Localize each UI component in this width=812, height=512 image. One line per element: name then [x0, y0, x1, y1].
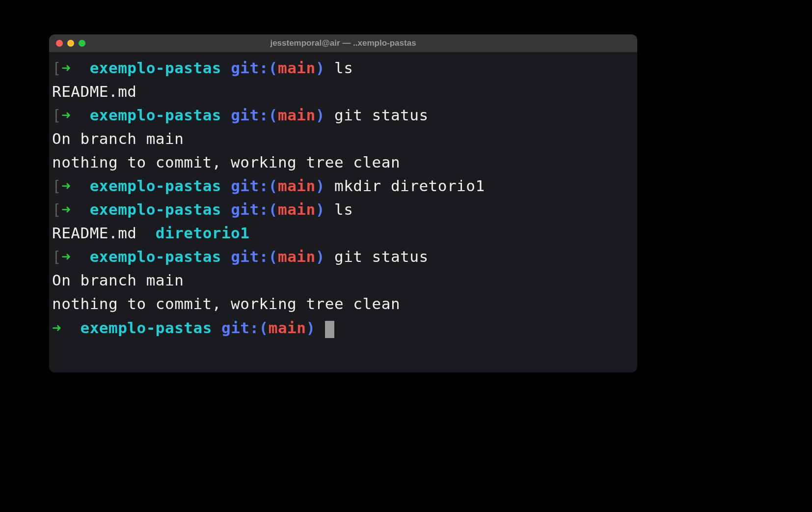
- command-git-status-2: git status: [334, 248, 429, 265]
- command-ls-1: ls: [334, 59, 353, 77]
- prompt-git-suffix: ): [316, 248, 325, 265]
- output-ls-2-file: README.md: [52, 224, 156, 242]
- window-title: jesstemporal@air — ..xemplo-pastas: [49, 38, 637, 48]
- bracket-left: [: [52, 59, 61, 77]
- prompt-git-prefix: git:(: [231, 200, 278, 218]
- bracket-left: [: [52, 177, 61, 195]
- prompt-branch: main: [278, 106, 316, 124]
- output-clean-2: nothing to commit, working tree clean: [52, 292, 634, 315]
- output-ls-2: README.md diretorio1: [52, 221, 634, 245]
- prompt-git-suffix: ): [306, 319, 315, 337]
- prompt-git-prefix: git:(: [221, 319, 269, 337]
- cursor[interactable]: [325, 321, 334, 338]
- prompt-git-suffix: ): [316, 106, 325, 124]
- command-git-status-1: git status: [334, 106, 429, 124]
- output-branch-1: On branch main: [52, 127, 634, 150]
- prompt-git-prefix: git:(: [231, 177, 278, 195]
- prompt-arrow-icon: ➜: [61, 106, 71, 124]
- output-branch-2: On branch main: [52, 268, 634, 292]
- prompt-git-suffix: ): [316, 59, 325, 77]
- command-mkdir: mkdir diretorio1: [334, 177, 485, 195]
- terminal-body[interactable]: [➜ exemplo-pastas git:(main) ls README.m…: [49, 52, 637, 343]
- bracket-left: [: [52, 106, 61, 124]
- output-ls-1: README.md: [52, 80, 634, 103]
- bracket-left: [: [52, 200, 61, 218]
- prompt-git-prefix: git:(: [231, 59, 278, 77]
- prompt-dir: exemplo-pastas: [90, 106, 221, 124]
- prompt-branch: main: [278, 248, 316, 265]
- prompt-branch: main: [269, 319, 306, 337]
- titlebar: jesstemporal@air — ..xemplo-pastas: [49, 34, 637, 52]
- prompt-line-2: [➜ exemplo-pastas git:(main) git status: [52, 103, 634, 127]
- prompt-git-prefix: git:(: [231, 248, 278, 265]
- prompt-dir: exemplo-pastas: [90, 248, 221, 265]
- output-ls-2-dir: diretorio1: [156, 224, 250, 242]
- prompt-arrow-icon: ➜: [61, 248, 71, 265]
- prompt-dir: exemplo-pastas: [90, 59, 221, 77]
- prompt-branch: main: [278, 177, 316, 195]
- command-ls-2: ls: [334, 200, 353, 218]
- bracket-left: [: [52, 248, 61, 265]
- prompt-arrow-icon: ➜: [61, 59, 71, 77]
- prompt-line-4: [➜ exemplo-pastas git:(main) ls: [52, 198, 634, 221]
- prompt-arrow-icon: ➜: [52, 319, 61, 337]
- prompt-line-5: [➜ exemplo-pastas git:(main) git status: [52, 245, 634, 268]
- terminal-window[interactable]: jesstemporal@air — ..xemplo-pastas [➜ ex…: [49, 34, 637, 372]
- prompt-dir: exemplo-pastas: [81, 319, 212, 337]
- prompt-git-suffix: ): [316, 177, 325, 195]
- prompt-arrow-icon: ➜: [61, 177, 71, 195]
- prompt-branch: main: [278, 59, 316, 77]
- prompt-arrow-icon: ➜: [61, 200, 71, 218]
- prompt-branch: main: [278, 200, 316, 218]
- prompt-line-3: [➜ exemplo-pastas git:(main) mkdir diret…: [52, 174, 634, 198]
- prompt-line-6: ➜ exemplo-pastas git:(main): [52, 316, 634, 340]
- prompt-dir: exemplo-pastas: [90, 200, 221, 218]
- prompt-line-1: [➜ exemplo-pastas git:(main) ls: [52, 56, 634, 80]
- prompt-git-suffix: ): [316, 200, 325, 218]
- output-clean-1: nothing to commit, working tree clean: [52, 150, 634, 174]
- prompt-dir: exemplo-pastas: [90, 177, 221, 195]
- prompt-git-prefix: git:(: [231, 106, 278, 124]
